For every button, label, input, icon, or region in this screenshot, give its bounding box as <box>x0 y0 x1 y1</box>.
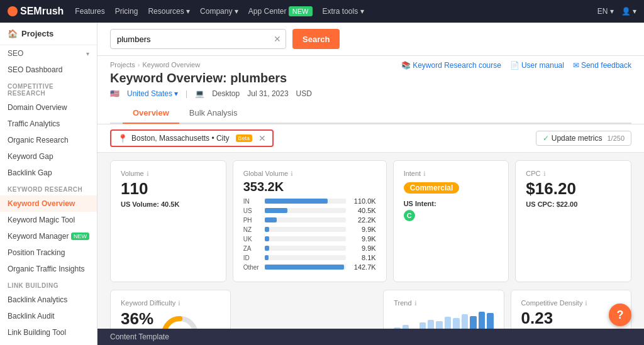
sidebar-item-organic-traffic-insights[interactable]: Organic Traffic Insights <box>0 261 97 277</box>
sidebar-item-backlink-gap[interactable]: Backlink Gap <box>0 165 97 181</box>
logo[interactable]: SEMrush <box>8 6 64 17</box>
filter-bar: 📍 Boston, Massachusetts • City Beta ✕ ✓ … <box>97 124 644 153</box>
location-selector[interactable]: United States ▾ <box>127 89 178 98</box>
sidebar-item-domain-overview[interactable]: Domain Overview <box>0 99 97 116</box>
location-pin-icon: 📍 <box>118 134 128 143</box>
bar-row: ID 8.1K <box>243 254 376 261</box>
sidebar-item-position-tracking[interactable]: Position Tracking <box>0 244 97 261</box>
diff-info-icon: ℹ <box>178 300 180 307</box>
bar-wrap <box>265 255 346 260</box>
tab-overview[interactable]: Overview <box>123 103 179 124</box>
keyword-research-section: Keyword Research <box>0 181 97 195</box>
search-clear-icon[interactable]: ✕ <box>274 34 281 44</box>
cpc-info-icon: ℹ <box>543 170 546 177</box>
us-intent-sub: US Intent: <box>404 200 499 207</box>
sidebar-item-seo-dashboard[interactable]: SEO Dashboard <box>0 62 97 78</box>
language-selector[interactable]: EN ▾ <box>597 7 614 16</box>
bar-value: 22.2K <box>350 216 376 224</box>
breadcrumb-sep: › <box>138 61 140 68</box>
seo-label: SEO <box>8 49 23 58</box>
quota-label: 1/250 <box>607 134 625 142</box>
user-manual-link[interactable]: 📄 User manual <box>510 61 564 70</box>
bar-country: Other <box>243 264 261 271</box>
user-menu[interactable]: 👤 ▾ <box>621 7 636 16</box>
sidebar-item-keyword-magic-tool[interactable]: Keyword Magic Tool <box>0 212 97 228</box>
bar-fill <box>265 236 270 241</box>
sidebar-item-backlink-audit[interactable]: Backlink Audit <box>0 308 97 324</box>
top-navigation: SEMrush Features Pricing Resources ▾ Com… <box>0 0 644 23</box>
bar-value: 9.9K <box>350 235 376 243</box>
bar-row: PH 22.2K <box>243 216 376 224</box>
sidebar-item-keyword-gap[interactable]: Keyword Gap <box>0 148 97 165</box>
nav-resources[interactable]: Resources ▾ <box>148 7 190 16</box>
flag-us: 🇺🇸 <box>110 89 119 98</box>
svg-point-0 <box>8 6 18 16</box>
difficulty-label: Keyword Difficulty ℹ <box>121 299 220 307</box>
sidebar-item-organic-research[interactable]: Organic Research <box>0 132 97 148</box>
bar-value: 9.9K <box>350 226 376 233</box>
nav-company[interactable]: Company ▾ <box>200 7 238 16</box>
header-meta: 🇺🇸 United States ▾ | 💻 Desktop Jul 31, 2… <box>110 89 312 98</box>
bar-fill <box>265 199 328 204</box>
search-input[interactable] <box>110 29 286 49</box>
nav-items: Features Pricing Resources ▾ Company ▾ A… <box>75 7 364 16</box>
sidebar-item-keyword-manager[interactable]: Keyword Manager NEW <box>0 228 97 244</box>
bar-fill <box>265 208 287 213</box>
filter-close-icon[interactable]: ✕ <box>258 133 266 143</box>
bar-country: NZ <box>243 226 261 233</box>
research-course-link[interactable]: 📚 Keyword Research course <box>401 61 501 70</box>
sidebar-item-backlink-analytics[interactable]: Backlink Analytics <box>0 292 97 308</box>
projects-nav[interactable]: 🏠 Projects <box>0 23 97 45</box>
date-label: Jul 31, 2023 <box>247 89 288 98</box>
nav-pricing[interactable]: Pricing <box>115 7 138 16</box>
nav-features[interactable]: Features <box>75 7 104 16</box>
device-label: Desktop <box>212 89 240 98</box>
bar-country: ID <box>243 255 261 261</box>
location-chevron: ▾ <box>174 89 178 98</box>
page-title: Keyword Overview: plumbers <box>110 71 312 85</box>
intent-label: Intent ℹ <box>404 170 499 177</box>
bar-fill <box>265 217 277 222</box>
bar-wrap <box>265 208 346 213</box>
trend-label: Trend ℹ <box>394 299 493 307</box>
bar-value: 8.1K <box>350 254 376 261</box>
nav-app-center[interactable]: App Center NEW <box>248 7 313 16</box>
help-button[interactable]: ? <box>609 304 631 326</box>
bar-value: 9.9K <box>350 244 376 252</box>
bottom-bar: Content Template <box>97 329 644 345</box>
intent-info-icon: ℹ <box>423 170 426 177</box>
bar-row: US 40.5K <box>243 207 376 214</box>
sidebar-item-bulk-analysis[interactable]: Bulk Analysis <box>0 341 97 345</box>
breadcrumb-projects[interactable]: Projects <box>110 61 135 68</box>
difficulty-value: 36% <box>121 309 153 329</box>
bar-fill <box>265 246 270 251</box>
content-template-label: Content Template <box>110 332 169 341</box>
comp-density-label: Competitive Density ℹ <box>521 299 621 307</box>
cpc-card: CPC ℹ $16.20 US CPC: $22.00 <box>515 160 631 282</box>
sidebar-item-keyword-overview[interactable]: Keyword Overview <box>0 195 97 212</box>
bar-country: UK <box>243 236 261 243</box>
bar-row: ZA 9.9K <box>243 244 376 252</box>
bar-fill <box>265 227 270 232</box>
tab-bulk-analysis[interactable]: Bulk Analysis <box>179 103 248 124</box>
check-icon: ✓ <box>543 134 549 143</box>
bar-wrap <box>265 227 346 232</box>
search-input-wrap: ✕ <box>110 29 286 49</box>
bar-wrap <box>265 246 346 251</box>
info-icon: ℹ <box>147 170 149 177</box>
search-button[interactable]: Search <box>292 29 340 49</box>
sidebar-item-traffic-analytics[interactable]: Traffic Analytics <box>0 116 97 132</box>
bar-fill <box>265 265 344 270</box>
bar-row: Other 142.7K <box>243 263 376 271</box>
main-content: ✕ Search Projects › Keyword Overview Key… <box>97 23 644 345</box>
nav-extra-tools[interactable]: Extra tools ▾ <box>323 7 364 16</box>
bar-fill <box>265 255 269 260</box>
filter-tag: 📍 Boston, Massachusetts • City Beta ✕ <box>110 129 274 147</box>
send-feedback-link[interactable]: ✉ Send feedback <box>573 61 631 70</box>
breadcrumb-keyword-overview: Keyword Overview <box>142 61 200 68</box>
sidebar-item-link-building-tool[interactable]: Link Building Tool <box>0 324 97 341</box>
bar-wrap <box>265 199 346 204</box>
seo-section-header[interactable]: SEO ▾ <box>0 45 97 62</box>
update-metrics-button[interactable]: ✓ Update metrics 1/250 <box>536 131 631 146</box>
beta-badge: Beta <box>236 134 253 142</box>
